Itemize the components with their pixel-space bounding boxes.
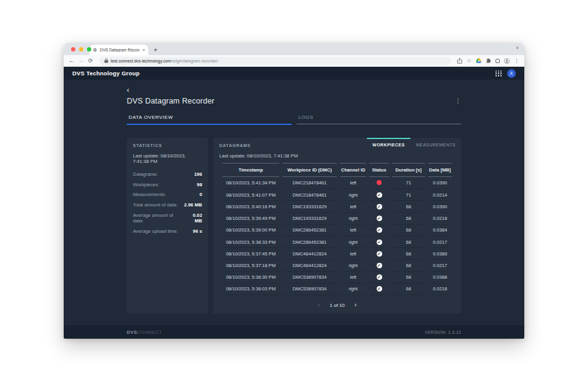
statistics-card: STATISTICS Last update: 08/10/2023, 7:41… (127, 138, 208, 314)
user-avatar[interactable] (507, 69, 516, 78)
stat-row: Datagrams:196 (133, 169, 202, 179)
table-row: 08/10/2023, 5:40:16 PMDMC193331629left✓6… (222, 201, 452, 213)
maximize-window-button[interactable] (87, 47, 91, 51)
browser-tab[interactable]: G DVS Datagram Recorder × (89, 45, 148, 55)
reload-icon[interactable]: ⟳ (88, 58, 93, 64)
stat-value: 0.02 MB (184, 213, 202, 224)
status-ok-icon: ✓ (377, 263, 382, 268)
brand-title: DVS Technology Group (72, 70, 140, 77)
statistics-last-update: Last update: 08/10/2023, 7:41:38 PM (133, 153, 202, 164)
address-bar[interactable]: test.connect.dvs-technology.com/edge/dat… (99, 57, 451, 65)
new-tab-button[interactable]: + (154, 47, 157, 53)
app-viewport: DVS Technology Group ‹ DVS Datagram Reco… (64, 67, 524, 339)
app-body: ‹ DVS Datagram Recorder ⋮ DATA OVERVIEW … (64, 80, 524, 325)
stat-value: 196 (194, 172, 202, 177)
stat-label: Average upload time: (133, 228, 178, 234)
apps-grid-icon[interactable] (496, 70, 502, 77)
pagination: ‹ 1 of 10 › (213, 302, 461, 308)
table-row: 08/10/2023, 5:37:18 PMDMC464412824right✓… (222, 260, 452, 271)
stat-label: Measurements: (133, 192, 166, 197)
stat-value: 98 (197, 182, 202, 187)
status-ok-icon: ✓ (377, 274, 382, 280)
back-nav-icon[interactable]: ← (69, 58, 74, 64)
datagrams-tabs: WORKPIECES MEASUREMENTS (367, 138, 461, 150)
status-ok-icon: ✓ (377, 227, 382, 233)
status-ok-icon: ✓ (377, 251, 382, 257)
previous-page-icon[interactable]: ‹ (318, 302, 320, 308)
browser-toolbar: ← → ⟳ test.connect.dvs-technology.com/ed… (64, 55, 524, 67)
table-row: 08/10/2023, 5:41:34 PMDMC218478461left71… (222, 177, 452, 189)
stat-row: Workpieces:98 (133, 179, 202, 190)
tab-workpieces[interactable]: WORKPIECES (367, 138, 410, 150)
table-body: 08/10/2023, 5:41:34 PMDMC218478461left71… (222, 177, 452, 295)
tab-measurements[interactable]: MEASUREMENTS (410, 138, 461, 150)
forward-nav-icon[interactable]: → (78, 58, 84, 64)
stat-row: Total amount of data:2.96 MB (133, 200, 202, 210)
column-header: Status (369, 163, 389, 177)
footer-brand: DVSCONNECT (127, 330, 162, 335)
stat-label: Datagrams: (133, 172, 157, 177)
main-tabs: DATA OVERVIEW LOGS (127, 115, 461, 125)
column-header: Channel ID (340, 163, 366, 177)
table-row: 08/10/2023, 5:39:00 PMDMC286452381left✓6… (222, 225, 452, 236)
url-text: test.connect.dvs-technology.com/edge/dat… (111, 59, 219, 63)
browser-profile-icon[interactable] (504, 58, 510, 64)
column-header: Duration [s] (392, 163, 425, 177)
tab-search-chevron-icon[interactable]: ∨ (516, 45, 519, 50)
datagrams-last-update: Last update: 08/10/2023, 7:41:38 PM (219, 153, 455, 159)
side-panel-icon[interactable] (496, 59, 500, 63)
desktop-background: G DVS Datagram Recorder × + ∨ ← → ⟳ test… (0, 0, 588, 392)
statistics-title: STATISTICS (133, 143, 202, 148)
stat-row: Measurements:0 (133, 190, 202, 200)
table-row: 08/10/2023, 5:36:30 PMDMC538907834left✓6… (222, 272, 452, 284)
tab-favicon-icon: G (92, 48, 97, 53)
column-header: Timestamp (222, 163, 279, 177)
stat-label: Workpieces: (133, 182, 159, 187)
table-row: 08/10/2023, 5:41:07 PMDMC218478461right✓… (222, 189, 452, 201)
page-indicator: 1 of 10 (330, 303, 344, 308)
table-header-row: TimestampWorkpiece ID (DMC)Channel IDSta… (222, 163, 452, 177)
status-ok-icon: ✓ (377, 286, 382, 292)
status-error-icon (377, 180, 382, 185)
tab-title: DVS Datagram Recorder (100, 48, 140, 52)
extensions-puzzle-icon[interactable] (486, 58, 491, 64)
column-header: Workpiece ID (DMC) (282, 163, 337, 177)
minimize-window-button[interactable] (79, 47, 83, 51)
bookmark-star-icon[interactable]: ☆ (467, 58, 472, 64)
table-row: 08/10/2023, 5:38:33 PMDMC286452381right✓… (222, 236, 452, 248)
browser-menu-kebab-icon[interactable]: ⋮ (514, 58, 519, 64)
stat-label: Average amount of data: (133, 213, 184, 224)
app-header-bar: DVS Technology Group (64, 67, 524, 80)
close-window-button[interactable] (71, 47, 75, 51)
stat-value: 0 (200, 192, 202, 197)
close-tab-icon[interactable]: × (142, 48, 145, 53)
tab-data-overview[interactable]: DATA OVERVIEW (127, 115, 292, 125)
datagrams-table: TimestampWorkpiece ID (DMC)Channel IDSta… (219, 163, 455, 295)
stat-value: 96 s (193, 228, 202, 234)
next-page-icon[interactable]: › (355, 302, 356, 308)
footer-version: VERSION: 1.0.12 (425, 330, 461, 334)
page-title: DVS Datagram Recorder (127, 97, 214, 105)
back-button[interactable]: ‹ (127, 86, 129, 94)
browser-tab-strip: G DVS Datagram Recorder × + ∨ (64, 43, 524, 55)
stat-label: Total amount of data: (133, 202, 178, 208)
toolbar-actions: ☆ ⋮ (457, 58, 519, 64)
stat-row: Average amount of data:0.02 MB (133, 210, 202, 226)
browser-window: G DVS Datagram Recorder × + ∨ ← → ⟳ test… (64, 43, 524, 339)
share-icon[interactable] (457, 58, 462, 64)
drive-icon[interactable] (476, 58, 481, 63)
tab-logs[interactable]: LOGS (296, 115, 461, 124)
statistics-rows: Datagrams:196Workpieces:98Measurements:0… (133, 169, 202, 236)
table-row: 08/10/2023, 5:36:03 PMDMC538907834right✓… (222, 284, 452, 295)
stat-value: 2.96 MB (184, 202, 202, 208)
page-menu-kebab-icon[interactable]: ⋮ (455, 98, 461, 104)
status-ok-icon: ✓ (377, 192, 382, 198)
column-header: Data [MB] (428, 163, 452, 177)
table-row: 08/10/2023, 5:39:49 PMDMC193331629right✓… (222, 213, 452, 225)
datagrams-card: WORKPIECES MEASUREMENTS DATAGRAMS Last u… (213, 138, 461, 314)
stat-row: Average upload time:96 s (133, 226, 202, 236)
window-controls (71, 47, 91, 51)
status-ok-icon: ✓ (377, 239, 382, 245)
status-ok-icon: ✓ (377, 204, 382, 209)
app-footer-bar: DVSCONNECT VERSION: 1.0.12 (64, 325, 524, 339)
